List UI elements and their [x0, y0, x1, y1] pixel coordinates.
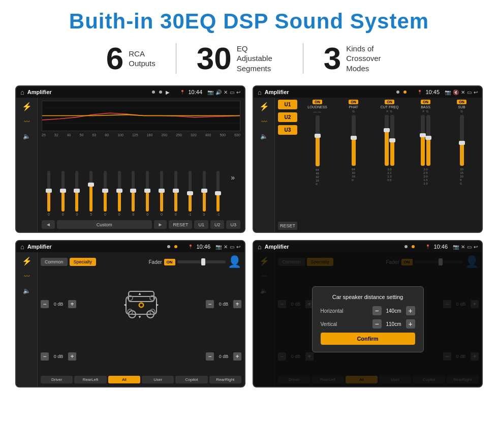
- eq-chevron-right[interactable]: »: [231, 173, 235, 182]
- sidebar-2: ⚡ 〰 🔈: [254, 98, 275, 232]
- crossover-u2-btn[interactable]: U2: [278, 112, 297, 122]
- slider-track-6[interactable]: [118, 171, 121, 212]
- freq-250: 250: [176, 133, 182, 137]
- slider-col-13: -1: [216, 171, 220, 216]
- db-value-lt: 0 dB: [51, 302, 66, 307]
- svg-text:▼: ▼: [138, 315, 142, 319]
- slider-track-8[interactable]: [146, 171, 149, 212]
- person-icon-3[interactable]: 👤: [228, 255, 241, 268]
- cutfreq-slider-f[interactable]: [385, 115, 389, 166]
- slider-track-9[interactable]: [160, 171, 163, 212]
- eq-u3-btn[interactable]: U3: [226, 220, 240, 229]
- tab-common[interactable]: Common: [41, 258, 68, 266]
- eq-custom-btn[interactable]: Custom: [57, 220, 152, 229]
- tab-specialty[interactable]: Specialty: [70, 258, 97, 266]
- cutfreq-toggle[interactable]: ON: [385, 100, 394, 104]
- db-plus-rt[interactable]: +: [233, 300, 241, 308]
- app-name-3: Amplifier: [27, 244, 164, 250]
- sidebar-speaker-icon-3[interactable]: 🔈: [23, 287, 30, 294]
- eq-sliders: 0 0: [42, 139, 240, 218]
- sidebar-speaker-icon[interactable]: 🔈: [23, 133, 30, 140]
- slider-track-13[interactable]: [216, 171, 220, 212]
- freq-100: 100: [117, 133, 123, 137]
- fader-rearright-btn[interactable]: RearRight: [209, 376, 241, 383]
- dialog-vertical-plus[interactable]: +: [406, 319, 415, 328]
- slider-val-5: 0: [104, 213, 106, 216]
- bass-toggle[interactable]: ON: [421, 100, 430, 104]
- fader-bottom-buttons: Driver RearLeft All User Copilot RearRig…: [41, 376, 241, 383]
- db-minus-lt[interactable]: −: [41, 300, 49, 308]
- channel-cutfreq: ON CUT FREQ FG: [372, 100, 407, 230]
- slider-track-5[interactable]: [104, 171, 107, 212]
- dialog-horizontal-label: Horizontal: [321, 308, 344, 314]
- sidebar-wave-icon-2[interactable]: 〰: [261, 118, 267, 126]
- slider-track-7[interactable]: [132, 171, 135, 212]
- slider-track-11[interactable]: [189, 171, 192, 212]
- fader-copilot-btn[interactable]: Copilot: [175, 376, 207, 383]
- bass-sliders: [421, 114, 430, 167]
- freq-200: 200: [161, 133, 167, 137]
- fader-user-btn[interactable]: User: [142, 376, 174, 383]
- phat-toggle[interactable]: ON: [349, 100, 358, 104]
- fader-slider[interactable]: [177, 260, 226, 263]
- crossover-u1-btn[interactable]: U1: [278, 100, 297, 109]
- slider-val-1: 0: [48, 213, 50, 216]
- loudness-slider[interactable]: [316, 115, 320, 166]
- sidebar-filter-icon-3[interactable]: ⚡: [22, 256, 32, 266]
- slider-track-1[interactable]: [47, 171, 50, 212]
- cutfreq-slider-g[interactable]: [390, 115, 394, 166]
- db-minus-rb[interactable]: −: [206, 352, 214, 361]
- db-plus-lt[interactable]: +: [68, 300, 76, 308]
- dot-2a: [396, 91, 399, 94]
- sub-toggle[interactable]: ON: [457, 100, 466, 104]
- slider-col-5: 0: [104, 171, 107, 216]
- slider-track-2[interactable]: [61, 171, 65, 212]
- db-plus-lb[interactable]: +: [68, 352, 76, 361]
- dialog-confirm-button[interactable]: Confirm: [321, 333, 415, 345]
- sub-slider[interactable]: [460, 115, 464, 166]
- db-plus-rb[interactable]: +: [233, 352, 241, 361]
- fader-toggle[interactable]: ON: [164, 259, 175, 265]
- eq-prev-btn[interactable]: ◄: [42, 220, 55, 229]
- sidebar-filter-icon[interactable]: ⚡: [22, 102, 32, 111]
- crossover-u3-btn[interactable]: U3: [278, 125, 297, 135]
- slider-track-12[interactable]: [203, 171, 206, 212]
- fader-driver-btn[interactable]: Driver: [41, 376, 73, 383]
- db-minus-rt[interactable]: −: [206, 300, 214, 308]
- slider-track-4[interactable]: [89, 171, 92, 212]
- back-icon-2: ↩: [474, 89, 478, 95]
- sidebar-filter-icon-2[interactable]: ⚡: [259, 102, 269, 111]
- cam-icon-3: 📷: [215, 244, 222, 250]
- slider-val-6: 0: [118, 213, 120, 216]
- dialog-vertical-minus[interactable]: −: [372, 319, 382, 328]
- sidebar-wave-icon-3[interactable]: 〰: [24, 273, 30, 280]
- stats-row: 6 RCAOutputs 30 EQ AdjustableSegments 3 …: [15, 43, 483, 74]
- bass-slider-g[interactable]: [426, 115, 430, 166]
- slider-val-10: 0: [175, 213, 177, 216]
- crossover-reset-btn[interactable]: RESET: [278, 222, 297, 230]
- db-minus-lb[interactable]: −: [41, 352, 49, 361]
- slider-col-9: 0: [160, 171, 163, 216]
- channel-bass: ON BASS FG: [409, 100, 443, 230]
- dialog-horizontal-minus[interactable]: −: [372, 306, 382, 315]
- status-icons-2: 📷 🔇 ✕ ▭ ↩: [445, 89, 478, 95]
- loudness-toggle[interactable]: ON: [313, 100, 322, 104]
- dialog-horizontal-plus[interactable]: +: [406, 306, 415, 315]
- status-bar-4: ⌂ Amplifier 📍 10:46 📷 ✕ ▭ ↩: [254, 241, 482, 252]
- eq-reset-btn[interactable]: RESET: [169, 220, 192, 229]
- bass-name: BASS: [421, 105, 430, 109]
- slider-track-10[interactable]: [174, 171, 177, 212]
- bass-slider-f[interactable]: [421, 115, 425, 166]
- eq-next-btn[interactable]: ►: [154, 220, 167, 229]
- cam-icon-2: 📷: [445, 89, 451, 95]
- sidebar-wave-icon[interactable]: 〰: [24, 118, 30, 126]
- eq-u1-btn[interactable]: U1: [194, 220, 208, 229]
- slider-track-3[interactable]: [75, 171, 78, 212]
- fader-rearleft-btn[interactable]: RearLeft: [74, 376, 106, 383]
- sidebar-speaker-icon-2[interactable]: 🔈: [260, 133, 268, 140]
- phat-slider[interactable]: [352, 115, 356, 166]
- fader-all-btn[interactable]: All: [108, 376, 140, 383]
- slider-col-8: 0: [146, 171, 149, 216]
- eq-u2-btn[interactable]: U2: [210, 220, 225, 229]
- x-icon-1: ✕: [224, 89, 228, 95]
